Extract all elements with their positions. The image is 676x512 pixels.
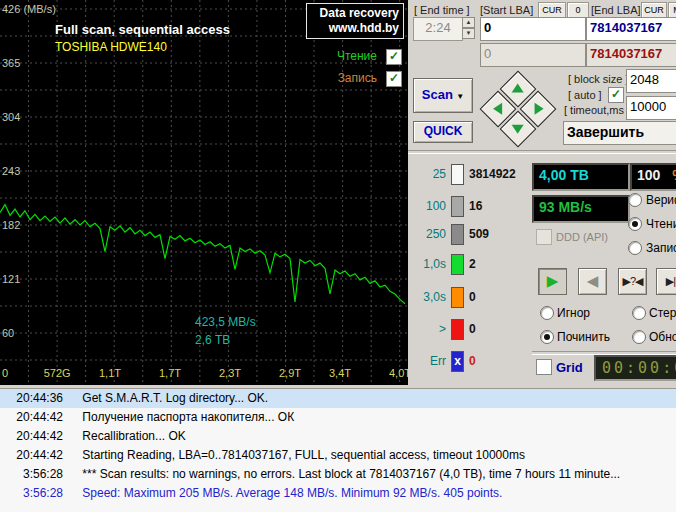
back-icon: ◀ — [587, 272, 599, 289]
y-axis-tick: 182 — [2, 219, 20, 231]
scan-dropdown-button[interactable]: Scan ▼ — [413, 78, 473, 113]
write-legend-row: Запись ✓ — [302, 71, 402, 85]
legend-count: 16 — [469, 199, 482, 213]
right-arrow-icon — [535, 103, 544, 115]
log-row[interactable]: 20:44:42 Recallibration... OK — [0, 427, 676, 446]
legend-label: 1,0s — [408, 257, 446, 271]
end-time-spinbox[interactable]: 2:24 — [413, 17, 463, 41]
refresh-radio-label: Обновить — [649, 330, 676, 344]
start-lba-label: [Start LBA] — [480, 4, 533, 16]
remap-radio[interactable] — [540, 330, 554, 344]
erase-radio-label: Стереть — [649, 306, 676, 320]
x-axis-tick: 4,0T — [389, 367, 408, 379]
quick-button[interactable]: QUICK — [413, 121, 473, 143]
y-axis-tick: 243 — [2, 165, 20, 177]
legend-row-25: 25 3814922 — [408, 164, 528, 186]
legend-color-block — [451, 196, 464, 217]
legend-row-100: 100 16 — [408, 196, 528, 218]
spin-up-icon[interactable]: ▲ — [462, 17, 475, 28]
back-button[interactable]: ◀ — [578, 268, 607, 295]
log-row-speed-summary[interactable]: 3:56:28 Speed: Maximum 205 MB/s. Average… — [0, 484, 676, 503]
refresh-radio[interactable] — [632, 330, 646, 344]
log-row[interactable]: 3:56:28 *** Scan results: no warnings, n… — [0, 465, 676, 484]
log-row[interactable]: 20:44:42 Starting Reading, LBA=0..781403… — [0, 446, 676, 465]
block-size-label: [ block size ] — [568, 73, 629, 85]
verify-radio[interactable] — [628, 193, 642, 207]
grid-checkbox[interactable] — [536, 359, 552, 375]
read-radio[interactable] — [628, 217, 642, 231]
log-time: 20:44:42 — [8, 446, 63, 465]
event-log[interactable]: 20:44:36 Get S.M.A.R.T. Log directory...… — [0, 388, 676, 512]
y-axis-tick: 365 — [2, 57, 20, 69]
read-checkbox[interactable]: ✓ — [386, 49, 402, 65]
start-scan-button[interactable]: ▶ — [538, 268, 567, 295]
erase-radio[interactable] — [632, 306, 646, 320]
scan-speed-chart[interactable]: 426 (MB/s)365304243182121600572G1,1T1,7T… — [0, 0, 408, 385]
remap-radio-label: Починить — [557, 330, 610, 344]
x-axis-tick: 2,9T — [279, 367, 301, 379]
end-time-label: [ End time ] — [414, 4, 470, 16]
write-legend-label: Запись — [338, 71, 377, 85]
finish-button[interactable]: Завершить — [563, 121, 676, 145]
divider — [408, 150, 676, 154]
end-time-spinner-arrows[interactable]: ▲ ▼ — [462, 17, 475, 39]
percent-unit: % — [672, 167, 676, 183]
brand-line2: www.hdd.by — [311, 21, 399, 36]
dropdown-arrow-icon: ▼ — [456, 92, 464, 101]
read-legend-label: Чтение — [337, 49, 377, 63]
start-lba-input[interactable]: 0 — [480, 17, 586, 41]
step-icon: ▶| — [666, 275, 675, 287]
end-lba-input[interactable]: 7814037167 — [586, 17, 676, 41]
log-text: Get S.M.A.R.T. Log directory... OK. — [82, 391, 268, 405]
chart-title: Full scan, sequential access — [55, 22, 230, 37]
legend-label: 250 — [408, 227, 446, 241]
log-time: 3:56:28 — [8, 484, 63, 503]
y-axis-tick: 121 — [2, 273, 20, 285]
log-time: 20:44:42 — [8, 427, 63, 446]
legend-label: 100 — [408, 199, 446, 213]
y-axis-tick: 60 — [2, 327, 14, 339]
seek-test-icon: ▶?◀ — [622, 275, 642, 287]
legend-color-block — [451, 224, 464, 245]
legend-label: > — [408, 322, 446, 336]
y-axis-tick: 426 (MB/s) — [2, 3, 56, 15]
step-button[interactable]: ▶| — [656, 268, 676, 295]
verify-radio-label: Верифи — [646, 193, 676, 207]
write-radio[interactable] — [628, 241, 642, 255]
ddd-api-checkbox[interactable] — [536, 229, 552, 245]
timeout-input[interactable]: 10000 — [626, 96, 676, 120]
log-text: *** Scan results: no warnings, no errors… — [82, 467, 620, 481]
cursor-position: 2,6 ТВ — [195, 331, 256, 349]
auto-label: [ auto ] — [568, 89, 602, 101]
ignore-radio-label: Игнор — [557, 306, 590, 320]
legend-color-block — [451, 319, 464, 340]
x-axis-tick: 1,7T — [159, 367, 181, 379]
x-axis-tick: 572G — [44, 367, 71, 379]
percent-display[interactable]: 100 % — [630, 163, 676, 191]
timer-display: 00:00:00 — [594, 355, 676, 381]
legend-count: 3814922 — [469, 167, 516, 181]
legend-label: Err — [408, 354, 446, 368]
log-row[interactable]: 20:44:42 Получение паспорта накопителя..… — [0, 408, 676, 427]
ignore-radio[interactable] — [540, 306, 554, 320]
legend-row-3s: 3,0s 0 — [408, 287, 528, 309]
block-size-input[interactable]: 2048 — [626, 69, 676, 93]
timeout-label: [ timeout,ms ] — [564, 104, 630, 116]
legend-count: 0 — [469, 322, 476, 336]
x-axis-tick: 3,4T — [329, 367, 351, 379]
capacity-display: 4,00 TB — [532, 163, 630, 191]
write-checkbox[interactable]: ✓ — [386, 71, 402, 87]
percent-value: 100 — [637, 167, 660, 183]
spin-down-icon[interactable]: ▼ — [462, 28, 475, 39]
speed-display: 93 MB/s — [532, 195, 630, 223]
legend-count: 0 — [469, 354, 476, 368]
log-row[interactable]: 20:44:36 Get S.M.A.R.T. Log directory...… — [0, 389, 676, 408]
scan-question-button[interactable]: ▶?◀ — [618, 268, 647, 295]
y-axis-tick: 304 — [2, 111, 20, 123]
log-time: 20:44:36 — [8, 389, 63, 408]
legend-color-block — [451, 254, 464, 275]
grid-label: Grid — [556, 360, 583, 375]
legend-row-250: 250 509 — [408, 224, 528, 246]
read-legend-row: Чтение ✓ — [302, 49, 402, 63]
auto-checkbox[interactable]: ✓ — [608, 87, 624, 103]
